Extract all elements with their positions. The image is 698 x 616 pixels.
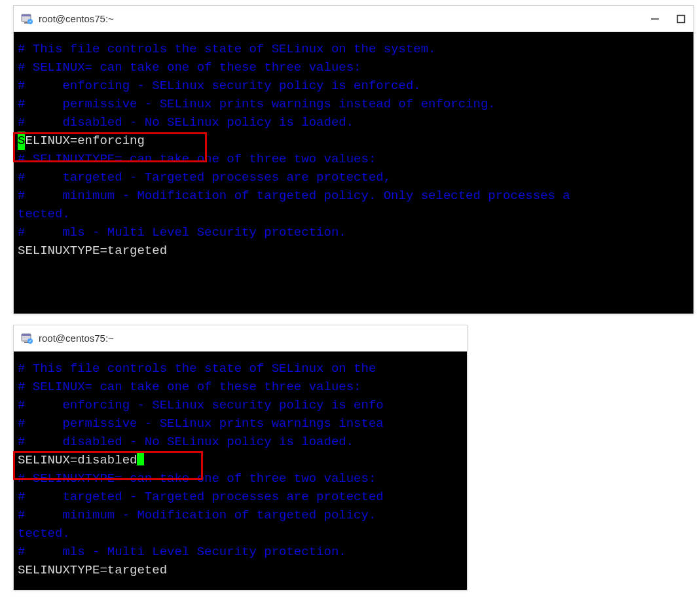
comment-line: # mls - Multi Level Security protection. (18, 543, 463, 561)
window-title-2: root@centos75:~ (39, 333, 463, 344)
comment-line: tected. (18, 524, 463, 543)
comment-line: # disabled - No SELinux policy is loaded… (18, 113, 689, 132)
comment-line: tected. (18, 205, 689, 223)
window-controls-1 (649, 13, 689, 25)
terminal-cursor (137, 451, 144, 465)
comment-line: # targeted - Targeted processes are prot… (18, 168, 689, 187)
comment-line: # enforcing - SELinux security policy is… (18, 396, 463, 414)
titlebar-2[interactable]: root@centos75:~ (14, 325, 467, 352)
selinux-value: SELINUX=disabled (18, 453, 137, 467)
terminal-body-1[interactable]: # This file controls the state of SELinu… (14, 32, 693, 314)
titlebar-1[interactable]: root@centos75:~ (14, 6, 693, 32)
comment-line: # permissive - SELinux prints warnings i… (18, 95, 689, 113)
comment-line: # minimum - Modification of targeted pol… (18, 506, 463, 524)
app-icon (20, 12, 33, 26)
terminal-cursor: S (18, 132, 25, 150)
minimize-button[interactable] (649, 13, 661, 25)
selinux-value: ELINUX=enforcing (25, 134, 144, 148)
selinux-line: SELINUX=enforcing (18, 132, 689, 150)
comment-line: # permissive - SELinux prints warnings i… (18, 414, 463, 433)
selinux-line: SELINUX=disabled (18, 451, 463, 469)
comment-line: # This file controls the state of SELinu… (18, 359, 463, 378)
terminal-body-2[interactable]: # This file controls the state of SELinu… (14, 352, 467, 590)
terminal-window-1: root@centos75:~ # This file controls the… (13, 5, 694, 314)
comment-line: # SELINUXTYPE= can take one of three two… (18, 469, 463, 488)
comment-line: # SELINUX= can take one of these three v… (18, 58, 689, 77)
svg-rect-7 (22, 334, 31, 336)
comment-line: # SELINUX= can take one of these three v… (18, 378, 463, 396)
svg-rect-5 (678, 15, 685, 22)
selinuxtype-line: SELINUXTYPE=targeted (18, 561, 463, 579)
svg-rect-2 (24, 22, 28, 24)
comment-line: # SELINUXTYPE= can take one of three two… (18, 150, 689, 168)
comment-line: # minimum - Modification of targeted pol… (18, 187, 689, 205)
window-title-1: root@centos75:~ (39, 13, 649, 24)
app-icon (20, 332, 33, 345)
comment-line: # This file controls the state of SELinu… (18, 40, 689, 58)
svg-rect-8 (24, 342, 28, 343)
comment-line: # mls - Multi Level Security protection. (18, 223, 689, 242)
maximize-button[interactable] (675, 13, 687, 25)
terminal-window-2: root@centos75:~ # This file controls the… (13, 325, 468, 590)
comment-line: # targeted - Targeted processes are prot… (18, 488, 463, 506)
svg-rect-1 (22, 14, 31, 16)
selinuxtype-line: SELINUXTYPE=targeted (18, 242, 689, 260)
comment-line: # disabled - No SELinux policy is loaded… (18, 433, 463, 451)
comment-line: # enforcing - SELinux security policy is… (18, 77, 689, 95)
